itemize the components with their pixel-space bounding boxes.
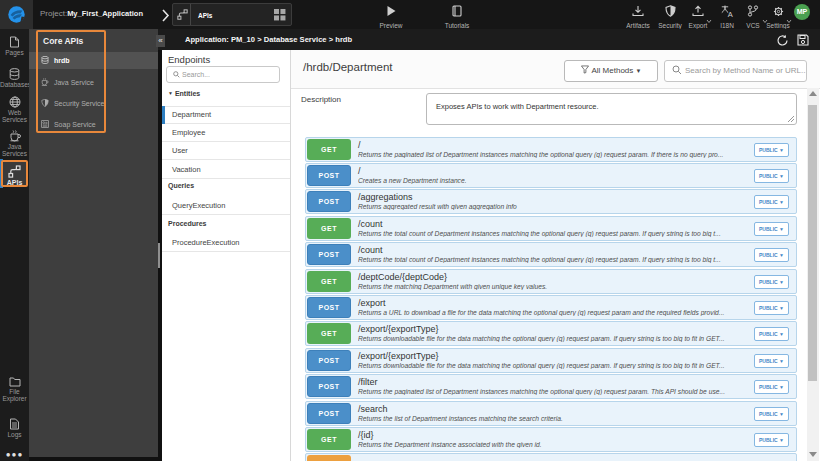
svg-text:A: A [727,10,732,18]
